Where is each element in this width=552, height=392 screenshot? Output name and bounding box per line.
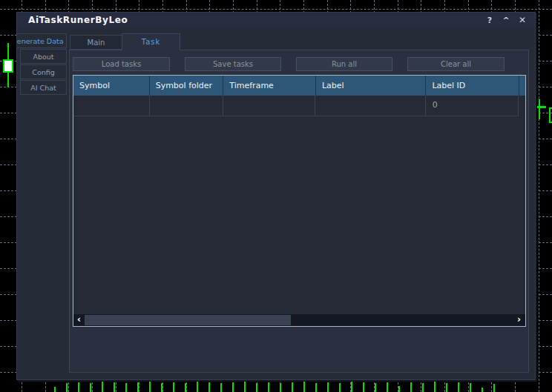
volume-bar	[161, 383, 162, 392]
volume-bar	[232, 382, 234, 392]
column-header-symbol-folder[interactable]: Symbol folder	[150, 76, 224, 96]
table-header-row: Symbol Symbol folder Timeframe Label Lab…	[73, 76, 525, 96]
volume-bar	[137, 382, 139, 392]
cell-filler	[519, 96, 525, 116]
help-icon[interactable]: ?	[483, 14, 496, 27]
volume-bar	[327, 382, 329, 392]
scroll-left-icon[interactable]: ‹	[73, 314, 85, 326]
sidebar-item-config[interactable]: Config	[20, 64, 67, 79]
volume-bar	[66, 383, 68, 392]
sidebar-item-about[interactable]: About	[20, 49, 67, 64]
collapse-icon[interactable]: ^	[499, 14, 513, 27]
volume-bar	[434, 382, 436, 392]
sidebar-item-ai-chat[interactable]: AI Chat	[20, 80, 67, 95]
volume-bar	[185, 383, 186, 392]
sidebar-item-generate-data[interactable]: Generate Data	[16, 33, 67, 48]
table-row[interactable]: 0	[73, 96, 525, 116]
volume-bar	[422, 383, 424, 392]
gridline	[0, 9, 552, 10]
clear-all-button[interactable]: Clear all	[407, 57, 505, 71]
volume-bar	[493, 384, 495, 392]
volume-bar	[292, 382, 293, 392]
right-doji-candle-wick	[539, 99, 540, 119]
load-tasks-button[interactable]: Load tasks	[73, 57, 170, 71]
volume-bar	[173, 382, 174, 392]
cell-label-id: 0	[426, 96, 519, 116]
volume-bar	[268, 382, 269, 392]
scrollbar-thumb[interactable]	[85, 315, 291, 325]
volume-bar	[90, 383, 91, 392]
scroll-right-icon[interactable]: ›	[513, 314, 525, 326]
column-header-label[interactable]: Label	[316, 76, 427, 96]
right-edge-candle	[549, 107, 552, 123]
volume-bar	[363, 382, 364, 392]
column-header-symbol[interactable]: Symbol	[73, 76, 150, 96]
column-header-timeframe[interactable]: Timeframe	[223, 76, 316, 96]
volume-bar	[244, 382, 246, 392]
horizontal-scrollbar[interactable]: ‹ ›	[73, 314, 525, 326]
screen: AiTaskRunerByLeo ? ^ ✕ Generate Data Abo…	[0, 0, 552, 392]
volume-bar	[351, 382, 352, 392]
volume-bar	[470, 383, 471, 392]
volume-bar	[303, 382, 305, 392]
volume-bar	[375, 383, 376, 392]
volume-bar	[114, 382, 115, 392]
volume-bar	[482, 388, 483, 392]
volume-bar	[387, 382, 388, 392]
volume-bar	[149, 382, 151, 392]
volume-bar	[256, 383, 257, 392]
tab-task[interactable]: Task	[122, 33, 180, 50]
save-tasks-button[interactable]: Save tasks	[185, 57, 281, 71]
volume-bar	[197, 382, 198, 392]
run-all-button[interactable]: Run all	[296, 57, 392, 71]
left-bull-candle	[3, 59, 13, 73]
volume-bar	[208, 382, 210, 392]
volume-bar	[458, 382, 459, 392]
volume-bar	[339, 383, 341, 392]
window-title: AiTaskRunerByLeo	[28, 15, 128, 25]
cell-symbol	[73, 96, 150, 116]
volume-bar	[280, 383, 281, 392]
close-icon[interactable]: ✕	[516, 14, 529, 27]
cell-symbol-folder	[150, 96, 224, 116]
volume-bar	[315, 383, 317, 392]
window-titlebar[interactable]: AiTaskRunerByLeo ? ^ ✕	[17, 13, 535, 28]
cell-timeframe	[223, 96, 315, 116]
cell-label	[315, 96, 425, 116]
volume-bar	[54, 387, 56, 392]
volume-bar	[398, 386, 400, 392]
volume-bar	[220, 383, 222, 392]
volume-bar	[125, 383, 127, 392]
app-window: AiTaskRunerByLeo ? ^ ✕ Generate Data Abo…	[16, 12, 536, 380]
volume-bar	[102, 382, 103, 392]
column-header-label-id[interactable]: Label ID	[426, 76, 519, 96]
column-header-filler	[519, 76, 525, 96]
tab-main[interactable]: Main	[70, 35, 122, 50]
tasks-table: Symbol Symbol folder Timeframe Label Lab…	[73, 75, 526, 327]
volume-bar	[410, 382, 412, 392]
gridline	[539, 0, 539, 392]
volume-bar	[446, 383, 447, 392]
volume-bar	[78, 382, 79, 392]
